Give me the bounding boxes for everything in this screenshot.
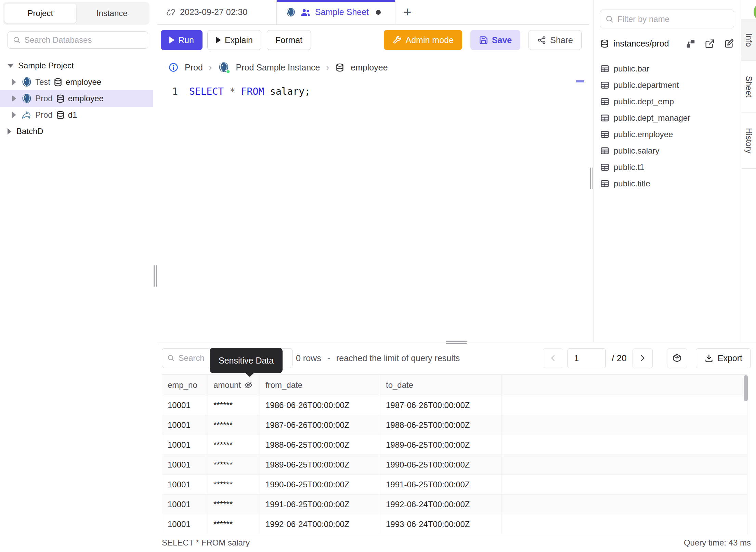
table-item[interactable]: public.t1 [594, 159, 741, 175]
tree-project-batchd[interactable]: BatchD [0, 123, 153, 140]
schema-header-label: instances/prod [613, 39, 669, 49]
table-row[interactable]: 10001******1988-06-25T00:00:00Z1989-06-2… [162, 435, 747, 455]
table-item[interactable]: public.dept_manager [594, 110, 741, 126]
schema-filter-input[interactable] [617, 14, 729, 24]
export-button[interactable]: Export [696, 348, 751, 368]
unsaved-dot [376, 10, 381, 15]
executed-statement: SELECT * FROM salary [162, 538, 250, 548]
tab-history[interactable]: History [741, 113, 756, 169]
column-header-emp-no[interactable]: emp_no [162, 375, 208, 395]
resize-handle[interactable] [154, 265, 157, 287]
table-row[interactable]: 10001******1991-06-25T00:00:00Z1992-06-2… [162, 495, 747, 514]
breadcrumb-instance[interactable]: Prod Sample Instance [236, 63, 320, 73]
table-row[interactable]: 10001******1987-06-26T00:00:00Z1988-06-2… [162, 415, 747, 435]
column-header-blank [501, 375, 747, 395]
table-item[interactable]: public.bar [594, 61, 741, 77]
breadcrumb-environment[interactable]: Prod [185, 63, 203, 73]
avatar[interactable]: T [754, 3, 756, 21]
database-search-input[interactable] [24, 35, 143, 45]
sheet-tabbar: 2023-09-27 02:30 Sample Sheet + [157, 0, 589, 25]
run-button[interactable]: Run [161, 30, 203, 50]
sheet-tab-label: Sample Sheet [315, 7, 369, 17]
search-icon [13, 36, 21, 44]
table-item[interactable]: public.department [594, 77, 741, 93]
next-page-button[interactable] [633, 348, 653, 368]
table-item[interactable]: public.title [594, 175, 741, 192]
schema-diagram-icon[interactable] [686, 39, 696, 49]
schema-filter[interactable] [600, 10, 734, 28]
table-name: public.title [614, 179, 650, 188]
save-button[interactable]: Save [470, 30, 520, 50]
table-row[interactable]: 10001******1989-06-25T00:00:00Z1990-06-2… [162, 455, 747, 475]
table-item[interactable]: public.dept_emp [594, 93, 741, 110]
limit-note: reached the limit of query results [336, 353, 460, 363]
editor-toolbar: Run Explain Format Admin mode [157, 25, 589, 55]
run-label: Run [178, 35, 194, 45]
tree-db-prod-d1[interactable]: Prod d1 [0, 107, 153, 123]
table-name: public.dept_manager [614, 113, 690, 123]
panel-resize-handle[interactable] [446, 341, 467, 344]
sidebar-resize-gutter[interactable] [153, 0, 157, 552]
format-label: Format [275, 35, 302, 45]
add-sheet-button[interactable]: + [395, 0, 419, 24]
tab-project[interactable]: Project [4, 4, 76, 23]
wrench-icon [392, 35, 402, 45]
database-tree: Sample Project Test employee Prod employ… [0, 57, 153, 140]
sql-editor[interactable]: 1 SELECT * FROM salary; [157, 79, 589, 342]
page-total: / 20 [612, 353, 626, 364]
column-header-amount[interactable]: amount [208, 375, 260, 395]
database-search[interactable] [8, 31, 148, 49]
play-icon [169, 37, 174, 43]
table-item[interactable]: public.employee [594, 126, 741, 143]
prev-page-button[interactable] [543, 348, 563, 368]
table-name: public.t1 [614, 162, 644, 172]
info-icon[interactable] [168, 62, 179, 73]
sql-statement: SELECT * FROM salary; [189, 84, 310, 99]
environment-label: Prod [35, 110, 53, 120]
format-button[interactable]: Format [267, 30, 311, 50]
page-number-input[interactable] [568, 348, 606, 368]
code-line[interactable]: 1 SELECT * FROM salary; [157, 84, 589, 99]
search-icon [605, 15, 614, 24]
tab-instance[interactable]: Instance [76, 4, 148, 23]
table-icon [600, 179, 610, 188]
postgres-icon [21, 77, 32, 88]
query-results-panel: 0 rows - reached the limit of query resu… [157, 342, 756, 552]
explain-button[interactable]: Explain [207, 30, 261, 50]
sheet-tab-timestamp[interactable]: 2023-09-27 02:30 [157, 0, 276, 24]
resize-handle[interactable] [590, 168, 593, 189]
caret-right-icon [12, 95, 16, 102]
table-row[interactable]: 10001******1986-06-26T00:00:00Z1987-06-2… [162, 395, 747, 415]
visualize-button[interactable] [667, 348, 687, 368]
save-icon [479, 36, 488, 45]
table-icon [600, 146, 610, 156]
admin-mode-button[interactable]: Admin mode [384, 30, 462, 50]
external-link-icon[interactable] [705, 39, 715, 49]
share-label: Share [550, 35, 573, 45]
tree-project-sample[interactable]: Sample Project [0, 57, 153, 74]
column-header-to-date[interactable]: to_date [380, 375, 501, 395]
table-name: public.department [614, 80, 679, 90]
share-button[interactable]: Share [529, 30, 582, 50]
connection-breadcrumb: Prod › Prod Sample Instance › employee [157, 55, 589, 79]
table-row[interactable]: 10001******1990-06-25T00:00:00Z1991-06-2… [162, 475, 747, 495]
schema-header: instances/prod [594, 32, 741, 55]
breadcrumb-database[interactable]: employee [351, 63, 388, 73]
tree-db-prod-employee[interactable]: Prod employee [0, 90, 153, 107]
edit-icon[interactable] [724, 39, 734, 49]
sheet-tab-sample-sheet[interactable]: Sample Sheet [276, 0, 395, 24]
query-time: Query time: 43 ms [684, 538, 751, 548]
table-name: public.employee [614, 130, 673, 139]
table-row[interactable]: 10001******1992-06-24T00:00:00Z1993-06-2… [162, 514, 747, 534]
tab-info[interactable]: Info [741, 19, 756, 61]
column-header-from-date[interactable]: from_date [260, 375, 380, 395]
chevron-right-icon: › [209, 62, 212, 73]
tree-db-test-employee[interactable]: Test employee [0, 74, 153, 90]
postgres-icon [286, 7, 296, 17]
schema-panel-resize-gutter[interactable] [589, 0, 594, 342]
results-scrollbar-thumb[interactable] [744, 375, 748, 401]
results-summary: 0 rows - reached the limit of query resu… [296, 353, 460, 363]
table-item[interactable]: public.salary [594, 143, 741, 159]
tab-sheet[interactable]: Sheet [741, 61, 756, 113]
admin-mode-label: Admin mode [406, 35, 454, 45]
